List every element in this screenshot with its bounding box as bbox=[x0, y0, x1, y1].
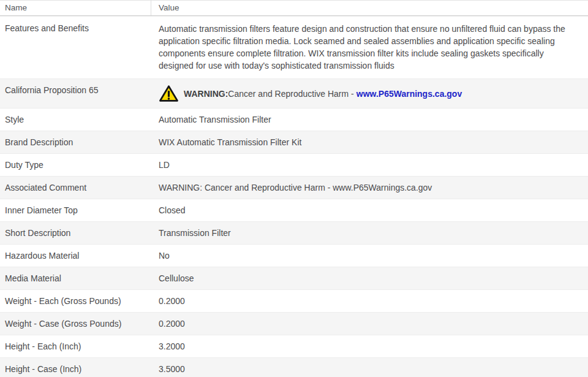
table-header-row: Name Value bbox=[0, 0, 588, 16]
spec-name: Height - Case (Inch) bbox=[0, 358, 151, 377]
spec-name: Duty Type bbox=[0, 154, 151, 176]
row-media-material: Media Material Cellulose bbox=[0, 267, 588, 289]
row-height-each-inch: Height - Each (Inch) 3.2000 bbox=[0, 335, 588, 357]
row-brand-description: Brand Description WIX Automatic Transmis… bbox=[0, 131, 588, 153]
column-header-name: Name bbox=[0, 1, 151, 15]
spec-name: Weight - Case (Gross Pounds) bbox=[0, 313, 151, 335]
row-height-case-inch: Height - Case (Inch) 3.5000 bbox=[0, 357, 588, 377]
spec-name: Short Description bbox=[0, 222, 151, 244]
row-style: Style Automatic Transmission Filter bbox=[0, 108, 588, 131]
column-header-value: Value bbox=[151, 1, 588, 15]
spec-name: Weight - Each (Gross Pounds) bbox=[0, 290, 151, 312]
warning-triangle-icon bbox=[159, 85, 179, 102]
spec-name: Brand Description bbox=[0, 131, 151, 153]
row-inner-diameter-top: Inner Diameter Top Closed bbox=[0, 199, 588, 221]
warning-bold-label: WARNING: bbox=[184, 88, 228, 99]
spec-value: 0.2000 bbox=[151, 313, 588, 335]
spec-name: Associated Comment bbox=[0, 177, 151, 199]
row-features-and-benefits: Features and Benefits Automatic transmis… bbox=[0, 16, 588, 78]
spec-value: Cellulose bbox=[151, 267, 588, 289]
spec-value: WARNING: Cancer and Reproductive Harm - … bbox=[151, 177, 588, 199]
spec-value: Closed bbox=[151, 199, 588, 221]
spec-value: 3.2000 bbox=[151, 335, 588, 357]
spec-name: Media Material bbox=[0, 267, 151, 289]
spec-value: Automatic transmission filters feature d… bbox=[151, 17, 588, 78]
spec-name: Height - Each (Inch) bbox=[0, 335, 151, 357]
spec-name: Inner Diameter Top bbox=[0, 199, 151, 221]
spec-value: Automatic Transmission Filter bbox=[151, 109, 588, 131]
product-spec-table: Name Value Features and Benefits Automat… bbox=[0, 0, 588, 377]
row-duty-type: Duty Type LD bbox=[0, 153, 588, 176]
row-associated-comment: Associated Comment WARNING: Cancer and R… bbox=[0, 176, 588, 199]
spec-name: California Proposition 65 bbox=[0, 79, 151, 108]
warning-text: Cancer and Reproductive Harm - bbox=[228, 88, 353, 99]
spec-value: WIX Automatic Transmission Filter Kit bbox=[151, 131, 588, 153]
row-california-proposition-65: California Proposition 65 WARNING: Cance… bbox=[0, 78, 588, 108]
row-weight-each-gross-pounds: Weight - Each (Gross Pounds) 0.2000 bbox=[0, 289, 588, 312]
spec-value: Transmission Filter bbox=[151, 222, 588, 244]
spec-value: LD bbox=[151, 154, 588, 176]
row-weight-case-gross-pounds: Weight - Case (Gross Pounds) 0.2000 bbox=[0, 312, 588, 335]
spec-name: Features and Benefits bbox=[0, 17, 151, 78]
spec-value: No bbox=[151, 245, 588, 267]
p65-warnings-link[interactable]: www.P65Warnings.ca.gov bbox=[356, 88, 462, 99]
spec-name: Style bbox=[0, 109, 151, 131]
spec-value: 0.2000 bbox=[151, 290, 588, 312]
spec-value: 3.5000 bbox=[151, 358, 588, 377]
spec-value: WARNING: Cancer and Reproductive Harm - … bbox=[151, 79, 588, 108]
spec-name: Hazardous Material bbox=[0, 245, 151, 267]
row-hazardous-material: Hazardous Material No bbox=[0, 244, 588, 267]
row-short-description: Short Description Transmission Filter bbox=[0, 221, 588, 244]
